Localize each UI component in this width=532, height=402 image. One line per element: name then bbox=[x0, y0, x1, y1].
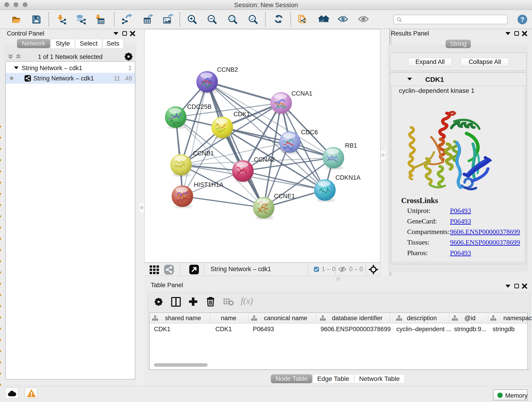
svg-text:CDC25B: CDC25B bbox=[187, 103, 212, 110]
svg-text:RB1: RB1 bbox=[345, 142, 357, 149]
svg-text:CDK1: CDK1 bbox=[234, 111, 250, 118]
svg-text:CDC6: CDC6 bbox=[301, 129, 318, 136]
svg-text:CCNB2: CCNB2 bbox=[217, 66, 238, 73]
svg-text:CCNA1: CCNA1 bbox=[291, 90, 312, 97]
svg-text:CCNA2: CCNA2 bbox=[254, 156, 275, 163]
svg-text:HIST1H1A: HIST1H1A bbox=[194, 181, 223, 188]
svg-text:CDKN1A: CDKN1A bbox=[336, 174, 361, 181]
svg-text:CCNB1: CCNB1 bbox=[193, 150, 214, 157]
svg-text:CCNE1: CCNE1 bbox=[274, 193, 295, 200]
